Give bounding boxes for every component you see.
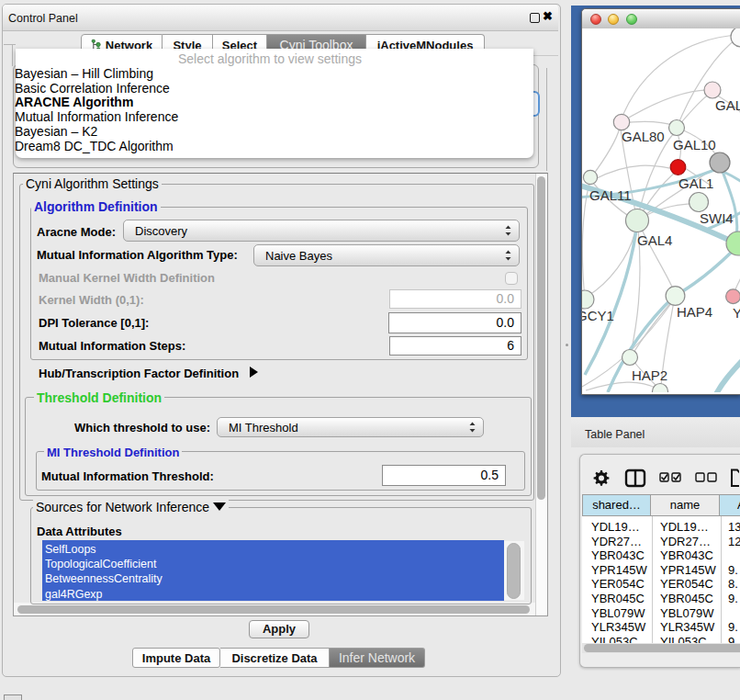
svg-text:GAL11: GAL11 [589, 187, 632, 203]
svg-text:GAL80: GAL80 [622, 129, 665, 144]
svg-text:HAP4: HAP4 [677, 304, 712, 320]
svg-text:GAL7: GAL7 [715, 97, 740, 113]
svg-text:GAL10: GAL10 [673, 137, 716, 152]
svg-text:YE: YE [733, 305, 740, 321]
svg-text:GCY1: GCY1 [582, 308, 614, 323]
svg-text:HAP2: HAP2 [632, 367, 667, 383]
svg-text:SWI4: SWI4 [700, 210, 734, 226]
svg-text:GAL1: GAL1 [678, 175, 713, 191]
svg-text:GAL4: GAL4 [637, 232, 672, 248]
